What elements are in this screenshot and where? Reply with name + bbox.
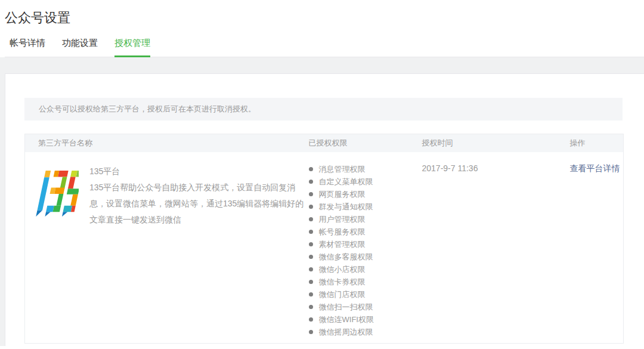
bullet-icon	[309, 292, 313, 297]
notice-bar: 公众号可以授权给第三方平台，授权后可在本页进行取消授权。	[24, 98, 623, 121]
bullet-icon	[309, 330, 313, 334]
bullet-icon	[309, 167, 313, 171]
tab-authorization-management[interactable]: 授权管理	[114, 37, 150, 57]
bullet-icon	[309, 217, 313, 221]
bullet-icon	[309, 280, 313, 284]
tab-account-details[interactable]: 帐号详情	[10, 37, 45, 57]
col-header-actions: 操作	[565, 134, 624, 152]
permission-item: 微信扫一扫权限	[309, 301, 422, 313]
col-header-platform-name: 第三方平台名称	[25, 134, 309, 152]
permission-item: 微信门店权限	[309, 288, 422, 301]
tab-function-settings[interactable]: 功能设置	[62, 37, 98, 57]
platform-name: 135平台	[89, 165, 304, 177]
permission-item: 群发与通知权限	[309, 200, 422, 213]
bullet-icon	[309, 180, 313, 184]
bullet-icon	[309, 267, 313, 271]
bullet-icon	[309, 242, 313, 246]
view-platform-details-link[interactable]: 查看平台详情	[570, 163, 620, 174]
table-header-row: 第三方平台名称 已授权权限 授权时间 操作	[25, 134, 624, 152]
platform-135-logo-icon	[33, 166, 79, 220]
bullet-icon	[309, 230, 313, 234]
bullet-icon	[309, 255, 313, 259]
page-body: 公众号可以授权给第三方平台，授权后可在本页进行取消授权。 第三方平台名称 已授权…	[0, 57, 644, 346]
permission-item: 微信连WIFI权限	[309, 313, 422, 326]
table-row: 135平台 135平台帮助公众号自助接入开发模式，设置自动回复消息，设置微信菜单…	[25, 152, 624, 344]
permission-item: 微信小店权限	[309, 263, 422, 276]
platform-description: 135平台帮助公众号自助接入开发模式，设置自动回复消息，设置微信菜单，微网站等，…	[89, 180, 304, 228]
authorized-platforms-table: 第三方平台名称 已授权权限 授权时间 操作	[24, 134, 624, 344]
permission-item: 素材管理权限	[309, 238, 422, 251]
bullet-icon	[309, 305, 313, 309]
page-header: 公众号设置 帐号详情 功能设置 授权管理	[0, 0, 644, 57]
permission-item: 微信多客服权限	[309, 251, 422, 263]
tabbar: 帐号详情 功能设置 授权管理	[5, 37, 644, 57]
auth-time: 2017-9-7 11:36	[422, 163, 565, 174]
bullet-icon	[309, 205, 313, 209]
authorization-panel: 公众号可以授权给第三方平台，授权后可在本页进行取消授权。 第三方平台名称 已授权…	[5, 73, 644, 346]
permission-item: 微信卡券权限	[309, 276, 422, 288]
platform-text: 135平台 135平台帮助公众号自助接入开发模式，设置自动回复消息，设置微信菜单…	[89, 165, 304, 228]
platform-cell: 135平台 135平台帮助公众号自助接入开发模式，设置自动回复消息，设置微信菜单…	[33, 163, 309, 228]
col-header-authorized-permissions: 已授权权限	[309, 134, 422, 152]
page-title: 公众号设置	[5, 9, 644, 27]
permission-list: 消息管理权限 自定义菜单权限 网页服务权限 群发与通知权限 用户管理权限 帐号服…	[309, 163, 422, 338]
permission-item: 帐号服务权限	[309, 226, 422, 238]
permission-item: 自定义菜单权限	[309, 175, 422, 188]
permission-item: 网页服务权限	[309, 188, 422, 200]
bullet-icon	[309, 317, 313, 322]
permission-item: 消息管理权限	[309, 163, 422, 175]
permission-item: 微信摇周边权限	[309, 326, 422, 338]
col-header-auth-time: 授权时间	[422, 134, 565, 152]
permission-item: 用户管理权限	[309, 213, 422, 226]
bullet-icon	[309, 192, 313, 196]
